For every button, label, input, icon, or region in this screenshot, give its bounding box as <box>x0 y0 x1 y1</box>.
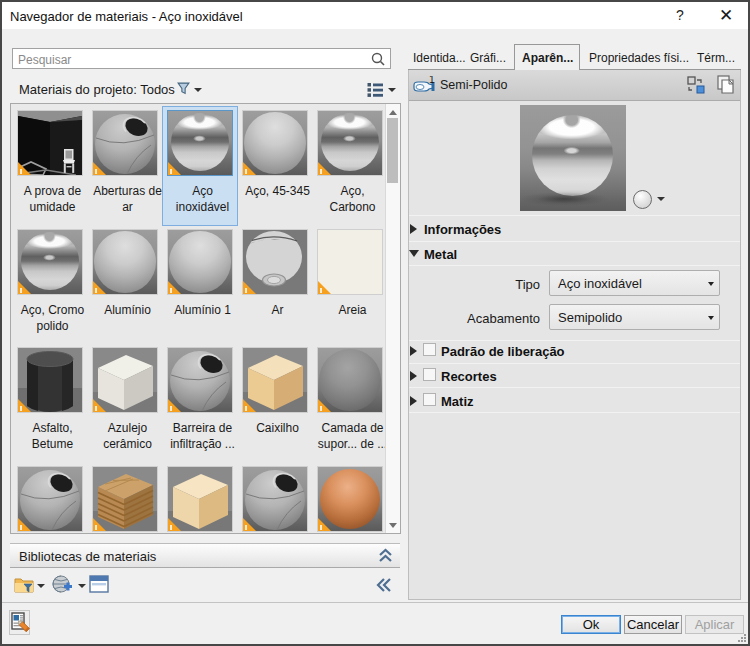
svg-text:1: 1 <box>429 76 435 85</box>
